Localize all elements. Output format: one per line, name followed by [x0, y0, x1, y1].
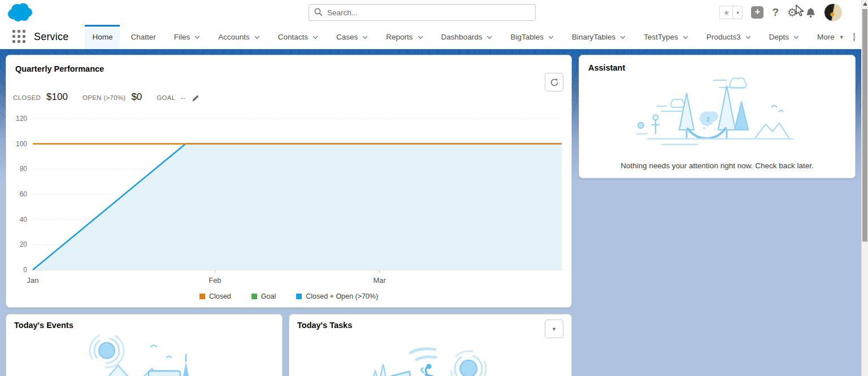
legend-label: Closed + Open (>70%)	[306, 292, 378, 300]
kpi-closed: CLOSED $100	[13, 91, 68, 103]
assistant-empty-state-illustration: z	[593, 73, 842, 150]
todays-events-card: Today's Events	[6, 314, 283, 376]
search-icon	[314, 8, 323, 16]
events-empty-state-illustration	[6, 314, 283, 376]
legend-label: Goal	[261, 292, 276, 300]
chevron-down-icon	[683, 36, 688, 39]
tab-label: Contacts	[278, 33, 308, 41]
svg-text:20: 20	[20, 241, 28, 248]
gear-icon: ⚙	[787, 6, 797, 19]
info-icon[interactable]: i	[853, 33, 855, 41]
chevron-down-icon	[487, 36, 492, 39]
assistant-card: Assistant z	[579, 55, 856, 178]
legend-swatch	[251, 294, 257, 299]
sleep-z-text: z	[706, 115, 710, 123]
tab-label: Home	[92, 33, 112, 41]
tab-testtypes[interactable]: TestTypes	[636, 25, 696, 49]
kpi-label: GOAL	[157, 94, 175, 101]
setup-button[interactable]: ⚙	[787, 7, 797, 18]
favorites-group: ★ ▾	[719, 6, 743, 19]
kpi-label: OPEN (>70%)	[83, 94, 125, 101]
kpi-value: $0	[131, 91, 142, 103]
performance-chart: 020406080100120JanFebMar	[6, 113, 572, 287]
svg-text:Feb: Feb	[209, 276, 221, 285]
tab-contacts[interactable]: Contacts	[271, 25, 326, 49]
svg-text:40: 40	[20, 216, 28, 224]
tab-label: Depts	[769, 33, 789, 41]
tab-home[interactable]: Home	[85, 25, 120, 49]
legend-item-closed-open[interactable]: Closed + Open (>70%)	[296, 292, 378, 300]
legend-item-closed[interactable]: Closed	[199, 292, 231, 300]
tab-dashboards[interactable]: Dashboards	[434, 25, 500, 49]
tab-label: TestTypes	[644, 33, 678, 41]
refresh-icon	[550, 78, 559, 87]
chart-legend: Closed Goal Closed + Open (>70%)	[6, 292, 571, 300]
favorites-dropdown-button[interactable]: ▾	[733, 6, 743, 19]
tab-label: Cases	[336, 33, 358, 41]
user-avatar[interactable]	[824, 3, 842, 21]
svg-text:80: 80	[20, 165, 28, 173]
svg-text:60: 60	[20, 190, 28, 198]
tab-label: BinaryTables	[572, 33, 615, 41]
kpi-value: --	[181, 94, 185, 101]
quarterly-performance-card: Quarterly Performance CLOSED $100 OPEN (…	[6, 55, 572, 308]
search-input[interactable]	[309, 4, 536, 21]
scrollbar-thumb[interactable]	[862, 9, 867, 242]
notifications-button[interactable]	[806, 7, 815, 18]
tab-label: Reports	[386, 33, 413, 41]
app-navigation-bar: Service Home Chatter Files Accounts Cont…	[0, 25, 861, 49]
app-launcher-icon[interactable]	[12, 30, 25, 45]
assistant-empty-message: Nothing needs your attention right now. …	[579, 161, 855, 170]
tasks-empty-state-illustration	[289, 314, 572, 376]
legend-swatch	[199, 294, 205, 299]
chevron-down-icon	[793, 36, 799, 39]
tab-binarytables[interactable]: BinaryTables	[565, 25, 633, 49]
global-actions-button[interactable]: +	[751, 6, 763, 19]
tab-cases[interactable]: Cases	[329, 25, 375, 49]
tab-chatter[interactable]: Chatter	[123, 25, 163, 49]
tab-accounts[interactable]: Accounts	[211, 25, 267, 49]
tab-label: Files	[174, 33, 190, 41]
tab-label: More	[817, 33, 835, 41]
svg-text:Jan: Jan	[27, 276, 39, 285]
tab-label: Dashboards	[441, 33, 483, 41]
scrollbar-up-arrow[interactable]	[863, 2, 867, 6]
tab-files[interactable]: Files	[167, 25, 208, 49]
pencil-edit-icon[interactable]	[192, 94, 199, 102]
svg-text:0: 0	[23, 266, 27, 274]
tab-reports[interactable]: Reports	[379, 25, 430, 49]
home-page-background: Quarterly Performance CLOSED $100 OPEN (…	[0, 49, 861, 376]
refresh-button[interactable]	[545, 73, 563, 91]
tab-bigtables[interactable]: BigTables	[503, 25, 561, 49]
plus-icon: +	[754, 6, 760, 17]
nav-tabs: Home Chatter Files Accounts Contacts Cas…	[83, 25, 853, 49]
global-header: ★ ▾ + ? ⚙	[0, 0, 861, 25]
kpi-open: OPEN (>70%) $0	[83, 91, 142, 103]
svg-text:Mar: Mar	[373, 276, 386, 285]
salesforce-logo	[6, 2, 33, 23]
performance-kpis: CLOSED $100 OPEN (>70%) $0 GOAL --	[13, 91, 199, 103]
help-button[interactable]: ?	[772, 6, 779, 19]
vertical-scrollbar[interactable]	[861, 0, 868, 376]
card-title: Quarterly Performance	[15, 64, 104, 73]
app-name: Service	[34, 31, 68, 43]
help-icon: ?	[772, 6, 779, 18]
chevron-down-icon	[548, 36, 554, 39]
legend-label: Closed	[209, 292, 231, 300]
chevron-down-icon: ▾	[736, 10, 739, 15]
tab-products3[interactable]: Products3	[699, 25, 758, 49]
card-title: Assistant	[588, 63, 625, 72]
tab-label: BigTables	[510, 33, 544, 41]
tab-more[interactable]: More▼	[810, 25, 852, 49]
legend-item-goal[interactable]: Goal	[251, 292, 276, 300]
chevron-down-icon	[254, 36, 260, 39]
kpi-label: CLOSED	[13, 94, 41, 101]
tab-label: Chatter	[131, 33, 155, 41]
chevron-down-icon	[313, 36, 318, 39]
kpi-value: $100	[46, 91, 68, 103]
todays-tasks-card: Today's Tasks ▼	[289, 314, 572, 376]
chevron-down-icon	[418, 36, 423, 39]
favorites-star-button[interactable]: ★	[719, 6, 733, 19]
svg-text:120: 120	[16, 115, 27, 123]
tab-depts[interactable]: Depts	[762, 25, 806, 49]
